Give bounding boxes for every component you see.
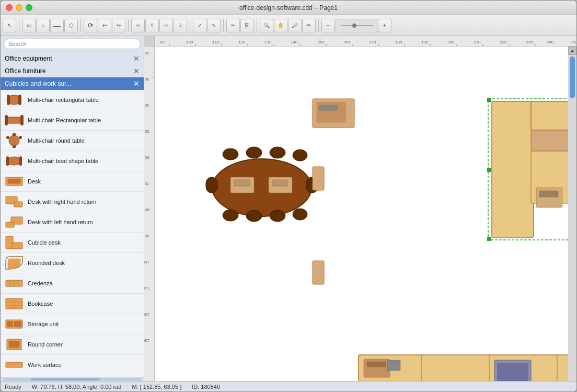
toolbar-group-arrange: ⟳ ↩ ↪ (84, 19, 125, 32)
zoom-out-button[interactable]: 🔎 (288, 19, 302, 32)
svg-rect-94 (270, 147, 285, 158)
svg-text:240: 240 (547, 40, 554, 44)
fit-page-button[interactable]: ⤢ (193, 19, 206, 32)
list-item[interactable]: Multi-chair Rectangular table (1, 110, 144, 131)
close-button[interactable] (6, 4, 13, 11)
svg-rect-110 (313, 261, 324, 284)
draw-button[interactable]: ✏ (302, 19, 316, 32)
svg-rect-127 (539, 191, 558, 197)
align-bottom-button[interactable]: ⇩ (174, 19, 187, 32)
select-tool-button[interactable]: ↖ (3, 19, 16, 32)
svg-point-11 (7, 157, 21, 165)
shape-label: Storage unit (28, 321, 59, 327)
toolbar-group-align: ⇦ ⇧ ⇨ ⇩ (131, 19, 187, 32)
rect-tool-button[interactable]: ▭ (22, 19, 36, 32)
shape-preview-icon (5, 337, 24, 352)
shape-label: Work surface (28, 362, 62, 368)
category-cubicles[interactable]: Cubicles and work sur... ✕ (1, 77, 144, 90)
shape-label: Cubicle desk (28, 239, 61, 246)
shape-label: Multi-chair Rectangular table (28, 117, 101, 123)
undo-button[interactable]: ↩ (98, 19, 111, 32)
pan-button[interactable]: ✋ (274, 19, 287, 32)
list-item[interactable]: Rounded desk (1, 253, 144, 273)
scroll-thumb-vertical[interactable] (570, 56, 575, 98)
svg-text:80: 80 (145, 207, 149, 212)
line-tool-button[interactable]: — (50, 19, 64, 32)
zoom-in-button[interactable]: 🔍 (260, 19, 273, 32)
svg-rect-13 (19, 156, 22, 166)
svg-text:50: 50 (145, 129, 149, 134)
shape-preview-icon (5, 215, 24, 229)
category-office-equipment[interactable]: Office equipment ✕ (1, 52, 144, 65)
scroll-up-button[interactable]: ▲ (568, 47, 576, 55)
shape-preview-icon (5, 235, 24, 250)
rotate-button[interactable]: ⟳ (84, 19, 97, 32)
svg-rect-103 (234, 180, 250, 186)
maximize-button[interactable] (26, 4, 32, 11)
svg-text:140: 140 (291, 40, 298, 44)
svg-rect-105 (272, 180, 288, 186)
svg-text:170: 170 (369, 40, 376, 44)
align-left-button[interactable]: ⇦ (131, 19, 145, 32)
canvas-container: 90 100 110 120 130 140 150 160 170 180 1… (144, 36, 576, 381)
shape-preview-icon (5, 194, 24, 209)
svg-rect-120 (492, 101, 534, 237)
zoom-increase-button[interactable]: + (378, 19, 391, 32)
drawing-canvas[interactable] (155, 47, 568, 381)
svg-point-91 (212, 159, 311, 216)
svg-text:180: 180 (395, 40, 402, 44)
svg-rect-148 (497, 363, 528, 381)
list-item[interactable]: Multi-chair round table (1, 131, 144, 151)
svg-text:200: 200 (447, 40, 455, 44)
copy-button[interactable]: ⎘ (240, 19, 254, 32)
svg-rect-122 (531, 130, 568, 151)
vertical-scrollbar[interactable]: ▲ ▼ (568, 47, 576, 381)
list-item[interactable]: Bookcase (1, 294, 144, 314)
redo-button[interactable]: ↪ (112, 19, 125, 32)
list-item[interactable]: Storage unit (1, 314, 144, 335)
category-label: Cubicles and work sur... (5, 80, 71, 87)
align-right-button[interactable]: ⇨ (159, 19, 173, 32)
list-item[interactable]: Multi-chair boat shape table (1, 151, 144, 171)
shape-preview-icon (5, 317, 24, 331)
list-item[interactable]: Round corner (1, 335, 144, 355)
list-item[interactable]: Credenza (1, 273, 144, 294)
svg-text:130: 130 (144, 338, 149, 343)
list-item[interactable]: Desk (1, 171, 144, 192)
align-top-button[interactable]: ⇧ (145, 19, 159, 32)
svg-rect-92 (223, 148, 238, 160)
category-office-furniture[interactable]: Office furniture ✕ (1, 65, 144, 77)
zoom-decrease-button[interactable]: − (321, 19, 335, 32)
search-input[interactable] (4, 39, 141, 49)
scroll-track-vertical[interactable] (568, 55, 576, 381)
shape-label: Round corner (28, 341, 63, 348)
zoom-slider[interactable] (336, 19, 377, 32)
list-item[interactable]: Work surface (1, 355, 144, 375)
svg-rect-97 (246, 210, 262, 222)
minimize-button[interactable] (16, 4, 22, 11)
toolbar-group-zoom-ctrl: − + (321, 19, 391, 32)
list-item[interactable]: Desk with right hand return (1, 192, 144, 212)
mouse-position-text: M: [ 152.85, 63.05 ] (132, 384, 181, 390)
canvas-main-row: 20 30 40 50 60 70 80 90 100 110 120 130 (144, 47, 576, 381)
cut-button[interactable]: ✂ (226, 19, 240, 32)
list-item[interactable]: Desk with left hand return (1, 212, 144, 233)
svg-rect-33 (6, 362, 22, 367)
category-close-icon[interactable]: ✕ (133, 79, 140, 88)
svg-rect-98 (270, 210, 285, 222)
list-item[interactable]: Cubicle desk (1, 233, 144, 253)
list-item[interactable]: Multi-chair rectangular table (1, 90, 144, 110)
shape-label: Desk with right hand return (28, 199, 96, 205)
polygon-tool-button[interactable]: ⬡ (64, 19, 78, 32)
shape-label: Rounded desk (28, 260, 65, 266)
sidebar-scroll-indicator (1, 377, 144, 381)
toolbar-group-edit: ✂ ⎘ (226, 19, 254, 32)
circle-tool-button[interactable]: ○ (36, 19, 50, 32)
toolbar-group-view: 🔍 ✋ 🔎 ✏ (260, 19, 316, 32)
shape-preview-icon (5, 296, 24, 311)
svg-rect-93 (246, 147, 262, 158)
category-close-icon[interactable]: ✕ (133, 67, 140, 75)
category-close-icon[interactable]: ✕ (133, 54, 140, 63)
svg-text:210: 210 (474, 40, 481, 44)
fit-selection-button[interactable]: ⤡ (207, 19, 221, 32)
